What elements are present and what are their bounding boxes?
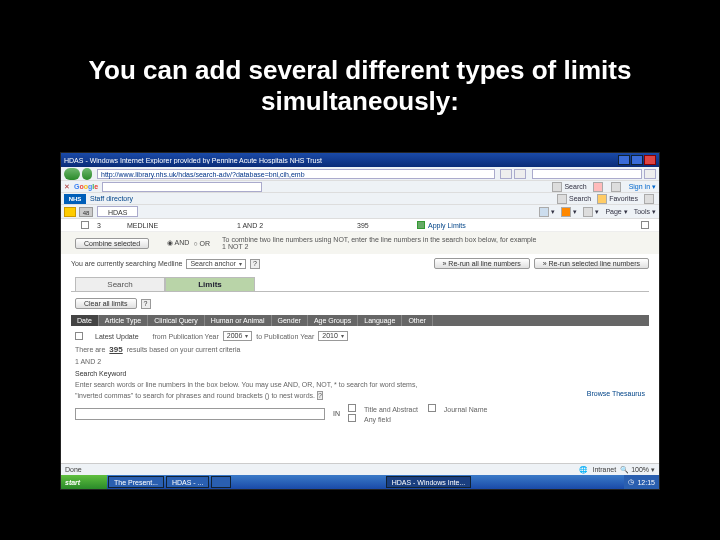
filter-language[interactable]: Language — [358, 315, 402, 326]
back-button[interactable] — [64, 168, 80, 180]
screenshot-frame: HDAS - Windows Internet Explorer provide… — [60, 152, 660, 490]
combine-selected-button[interactable]: Combine selected — [75, 238, 149, 249]
page-content: 3 MEDLINE 1 AND 2 395 Apply Limits Combi… — [61, 219, 659, 485]
rerun-all-button[interactable]: » Re-run all line numbers — [434, 258, 530, 269]
nhs-toolbar: NHS Staff directory Search Favorites — [61, 193, 659, 205]
planet-icon: 🌐 — [579, 466, 588, 474]
print-menu[interactable]: ▾ — [583, 207, 599, 217]
window-titlebar: HDAS - Windows Internet Explorer provide… — [61, 153, 659, 167]
search-history-row: 3 MEDLINE 1 AND 2 395 Apply Limits — [61, 219, 659, 232]
filter-age-groups[interactable]: Age Groups — [308, 315, 358, 326]
live-search-input[interactable] — [532, 169, 642, 179]
latest-update-checkbox[interactable] — [75, 332, 83, 340]
google-search-btn[interactable]: Search — [552, 182, 586, 192]
row-count: 395 — [357, 222, 417, 229]
google-toolbar: ✕ Google Search Sign in ▾ — [61, 181, 659, 193]
currently-searching-row: You are currently searching Medline Sear… — [61, 254, 659, 273]
close-icon[interactable]: ✕ — [64, 183, 70, 191]
combine-row: Combine selected ◉ AND ○ OR To combine t… — [61, 232, 659, 254]
searching-label: You are currently searching Medline — [71, 260, 182, 267]
field-checkbox-3[interactable] — [428, 404, 436, 412]
apply-limits-link[interactable]: Apply Limits — [417, 221, 466, 229]
row-db: MEDLINE — [127, 222, 237, 229]
help-icon[interactable]: ? — [250, 259, 260, 269]
favorites-star-icon[interactable] — [64, 207, 76, 217]
address-bar[interactable]: http://www.library.nhs.uk/hdas/search-ad… — [97, 169, 495, 179]
row-trailing-checkbox[interactable] — [641, 221, 649, 229]
address-row: http://www.library.nhs.uk/hdas/search-ad… — [61, 167, 659, 181]
row-checkbox[interactable] — [81, 221, 89, 229]
page-menu[interactable]: Page ▾ — [605, 208, 627, 216]
search-keyword-heading: Search Keyword — [75, 370, 126, 377]
status-zoom[interactable]: 🔍 100% ▾ — [620, 466, 655, 474]
check-icon — [417, 221, 425, 229]
field-checkbox-1[interactable] — [348, 404, 356, 412]
close-button[interactable] — [644, 155, 656, 165]
home-menu[interactable]: ▾ — [539, 207, 555, 217]
google-signin[interactable]: Sign in ▾ — [629, 183, 656, 191]
staff-directory-link[interactable]: Staff directory — [90, 195, 133, 202]
filter-other[interactable]: Other — [402, 315, 433, 326]
system-tray[interactable]: ◷ 12:15 — [624, 475, 659, 489]
keyword-hint-1: Enter search words or line numbers in th… — [75, 381, 417, 388]
keyword-input[interactable] — [75, 408, 325, 420]
start-button[interactable]: start — [61, 475, 107, 489]
nhs-tool-btn[interactable] — [644, 194, 656, 204]
main-tabs: Search Limits — [75, 277, 659, 291]
slide-headline: You can add several different types of l… — [0, 0, 720, 135]
google-fav-btn[interactable] — [593, 182, 605, 192]
taskbar-item-1[interactable]: The Present... — [108, 476, 164, 488]
clear-all-limits-button[interactable]: Clear all limits — [75, 298, 137, 309]
result-count: 395 — [109, 345, 122, 354]
search-anchor-dropdown[interactable]: Search anchor — [186, 259, 246, 269]
search-go-button[interactable] — [644, 169, 656, 179]
filter-gender[interactable]: Gender — [272, 315, 308, 326]
stop-button[interactable] — [514, 169, 526, 179]
browse-thesaurus-link[interactable]: Browse Thesaurus — [587, 390, 645, 397]
field-checkbox-2[interactable] — [348, 414, 356, 422]
from-year-dropdown[interactable]: 2006 — [223, 331, 253, 341]
search-input-row: IN Title and Abstract Journal Name Any f… — [61, 402, 659, 425]
rerun-selected-button[interactable]: » Re-run selected line numbers — [534, 258, 649, 269]
rss-menu[interactable]: ▾ — [561, 207, 577, 217]
clock: 12:15 — [637, 479, 655, 486]
to-year-label: to Publication Year — [256, 333, 314, 340]
tools-menu[interactable]: Tools ▾ — [634, 208, 656, 216]
help-icon-2[interactable]: ? — [141, 299, 151, 309]
google-search-input[interactable] — [102, 182, 262, 192]
google-more-btn[interactable] — [611, 182, 623, 192]
from-year-label: from Publication Year — [153, 333, 219, 340]
google-logo: Google — [74, 183, 98, 190]
status-zone: Intranet — [592, 466, 616, 473]
filter-article-type[interactable]: Article Type — [99, 315, 148, 326]
result-count-line: There are 395 results based on your curr… — [61, 343, 659, 356]
browser-tab[interactable]: HDAS — [97, 206, 138, 217]
filter-human-animal[interactable]: Human or Animal — [205, 315, 272, 326]
latest-update-label: Latest Update — [95, 333, 139, 340]
filter-clinical-query[interactable]: Clinical Query — [148, 315, 205, 326]
taskbar-item-active[interactable]: HDAS - Windows Inte... — [386, 476, 472, 488]
taskbar-item-2[interactable]: HDAS - ... — [166, 476, 210, 488]
history-line: 1 AND 2 — [61, 356, 659, 367]
window-title: HDAS - Windows Internet Explorer provide… — [64, 157, 617, 164]
filter-category-bar: Date Article Type Clinical Query Human o… — [71, 315, 649, 326]
in-label: IN — [333, 410, 340, 417]
to-year-dropdown[interactable]: 2010 — [318, 331, 348, 341]
filter-date[interactable]: Date — [71, 315, 99, 326]
nhs-search-btn[interactable]: Search — [557, 194, 591, 204]
status-bar: Done 🌐 Intranet 🔍 100% ▾ — [61, 463, 659, 475]
radio-and[interactable]: ◉ AND — [167, 239, 189, 247]
nhs-fav-btn[interactable]: Favorites — [597, 194, 638, 204]
tab-limits[interactable]: Limits — [165, 277, 255, 291]
row-query: 1 AND 2 — [237, 222, 357, 229]
refresh-button[interactable] — [500, 169, 512, 179]
taskbar-item-3[interactable] — [211, 476, 231, 488]
forward-button[interactable] — [82, 168, 92, 180]
tab-search[interactable]: Search — [75, 277, 165, 291]
radio-or[interactable]: ○ OR — [193, 240, 210, 247]
help-icon-3[interactable]: ? — [317, 391, 323, 400]
maximize-button[interactable] — [631, 155, 643, 165]
status-done: Done — [65, 466, 82, 473]
keyword-hint-2: "inverted commas" to search for phrases … — [75, 392, 323, 400]
minimize-button[interactable] — [618, 155, 630, 165]
